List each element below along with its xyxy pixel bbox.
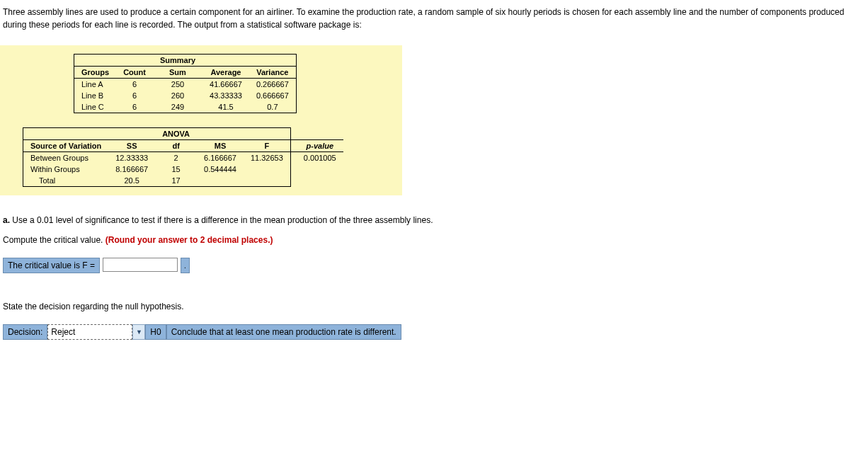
table-row: Line A 6 250 41.66667 0.266667 [74, 79, 297, 91]
state-decision-text: State the decision regarding the null hy… [3, 302, 865, 311]
col-ss: SS [108, 140, 155, 152]
critical-value-row: The critical value is F = . [3, 258, 190, 273]
anova-title: ANOVA [155, 128, 197, 140]
problem-intro: Three assembly lines are used to produce… [3, 6, 865, 31]
table-row: Between Groups 12.33333 2 6.166667 11.32… [23, 152, 343, 164]
col-average: Average [202, 67, 249, 79]
col-variance: Variance [249, 67, 296, 79]
table-row: Within Groups 8.166667 15 0.544444 [23, 164, 343, 175]
col-pvalue: p-value [290, 140, 343, 152]
decision-value[interactable]: Reject [47, 324, 132, 340]
part-a-text: a. Use a 0.01 level of significance to t… [3, 215, 865, 225]
critical-value-period: . [181, 258, 190, 273]
compute-line: Compute the critical value. (Round your … [3, 235, 865, 245]
table-row: Line B 6 260 43.33333 0.666667 [74, 90, 297, 101]
critical-value-input[interactable] [103, 258, 178, 272]
col-count: Count [116, 67, 153, 79]
summary-title: Summary [153, 55, 202, 67]
anova-table: ANOVA Source of Variation SS df MS F p-v… [23, 127, 343, 187]
summary-table: Summary Groups Count Sum Average Varianc… [74, 54, 297, 113]
decision-row: Decision: Reject ▼ H0 Conclude that at l… [3, 324, 401, 340]
decision-select[interactable]: Reject ▼ [47, 324, 145, 340]
table-row: Line C 6 249 41.5 0.7 [74, 101, 297, 113]
conclusion-text: Conclude that at least one mean producti… [166, 324, 401, 340]
col-f: F [244, 140, 290, 152]
h0-label: H0 [145, 324, 166, 340]
rounding-hint: (Round your answer to 2 decimal places.) [105, 235, 273, 245]
decision-label: Decision: [3, 324, 47, 340]
col-source: Source of Variation [23, 140, 109, 152]
table-row: Total 20.5 17 [23, 175, 343, 187]
summary-table-wrap: Summary Groups Count Sum Average Varianc… [74, 54, 396, 113]
col-groups: Groups [74, 67, 117, 79]
software-output-panel: Summary Groups Count Sum Average Varianc… [0, 45, 402, 195]
chevron-down-icon[interactable]: ▼ [132, 324, 145, 340]
critical-value-label: The critical value is F = [3, 258, 100, 273]
col-sum: Sum [153, 67, 202, 79]
col-ms: MS [197, 140, 244, 152]
part-a-label: a. [3, 215, 10, 225]
anova-table-wrap: ANOVA Source of Variation SS df MS F p-v… [23, 127, 396, 187]
col-df: df [155, 140, 197, 152]
